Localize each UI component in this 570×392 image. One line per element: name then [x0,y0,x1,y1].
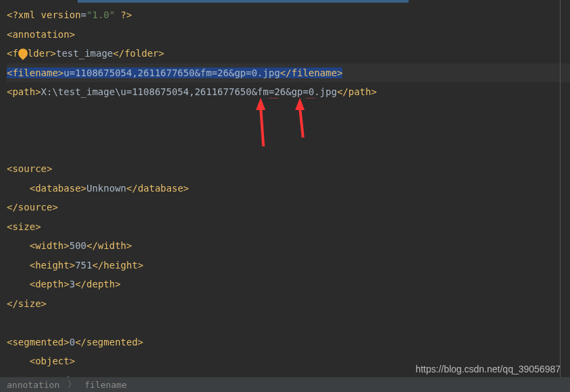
tag-database-open: <database> [30,183,86,194]
xml-attr-val: "1.0" [86,9,115,20]
path-text: X:\test_image\u=1108675054,2611677650&fm… [41,86,337,97]
error-underline-2 [306,98,315,99]
code-line[interactable]: </source> [7,198,570,217]
code-line[interactable]: <path>X:\test_image\u=1108675054,2611677… [7,82,570,159]
xml-decl-close: ?> [115,9,132,20]
tag-height-close: </height> [92,260,143,271]
tag-segmented-open: <segmented> [7,337,70,347]
depth-text: 3 [70,279,75,289]
code-line[interactable]: <source> [7,159,570,179]
tag-database-close: </database> [126,183,189,194]
tag-annotation-open: <annotation> [7,29,75,40]
tag-path-open: <path> [7,86,41,97]
code-line[interactable]: <annotation> [7,25,570,45]
folder-text: test_image [56,48,113,59]
tag-depth-close: </depth> [75,279,120,289]
tag-size-open: <size> [7,221,41,232]
code-editor[interactable]: <?xml version="1.0" ?> <annotation> <fld… [0,0,570,392]
tag-folder-open-part: <f [7,48,18,59]
code-line[interactable]: <width>500</width> [7,236,570,256]
tag-filename-close: </filename> [280,67,343,78]
watermark-text: https://blog.csdn.net/qq_39056987 [415,364,561,374]
tag-size-close: </size> [7,298,47,309]
tag-source-open: <source> [7,163,52,174]
segmented-text: 0 [70,337,75,347]
code-line-empty[interactable] [7,313,570,333]
breadcrumb[interactable]: annotation 〉 filename [0,377,570,392]
code-line[interactable]: <height>751</height> [7,256,570,275]
tag-width-close: </width> [86,240,132,251]
height-text: 751 [75,260,92,271]
tag-object-open: <object> [30,356,75,366]
breadcrumb-item-annotation[interactable]: annotation [7,380,59,390]
filename-text: u=1108675054,2611677650&fm=26&gp=0.jpg [63,67,280,78]
code-line[interactable]: <?xml version="1.0" ?> [7,5,570,25]
code-line[interactable]: </size> [7,294,570,314]
tag-width-open: <width> [30,240,70,251]
xml-attr: version [41,9,81,20]
code-line[interactable]: <segmented>0</segmented> [7,333,570,352]
code-line[interactable]: <flder>test_image</folder> [7,44,570,63]
tag-segmented-close: </segmented> [75,337,143,347]
code-line-selected[interactable]: <filename>u=1108675054,2611677650&fm=26&… [7,63,570,83]
tag-height-open: <height> [30,260,75,271]
eq: = [81,9,86,20]
width-text: 500 [70,240,86,251]
tag-filename-open: <filename> [7,67,63,78]
tag-folder-open-part2: lder> [28,48,56,59]
code-line[interactable]: <size> [7,217,570,237]
tag-folder-close: </folder> [113,48,164,59]
tag-depth-open: <depth> [30,279,70,289]
breadcrumb-separator-icon: 〉 [68,379,76,391]
tag-source-close: </source> [7,202,58,213]
tag-path-close: </path> [337,86,377,97]
vertical-separator [560,0,561,377]
xml-decl-open: <?xml [7,9,41,20]
database-text: Unknown [86,183,126,194]
code-line[interactable]: <database>Unknown</database> [7,179,570,198]
code-line[interactable]: <depth>3</depth> [7,275,570,294]
error-underline-1 [269,98,278,99]
breadcrumb-item-filename[interactable]: filename [84,380,127,390]
